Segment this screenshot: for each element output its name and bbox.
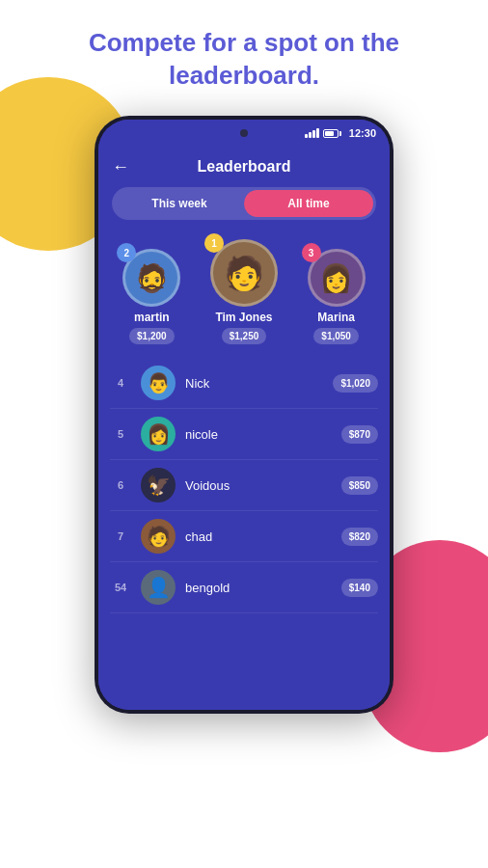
rank-badge-3: 3: [302, 243, 321, 262]
list-score-bengold: $140: [341, 579, 378, 597]
podium-name-marina: Marina: [317, 311, 355, 324]
list-name-nicole: nicole: [185, 427, 341, 442]
list-rank-54: 54: [110, 582, 131, 593]
phone-screen: 12:30 ← Leaderboard This week All time: [98, 120, 390, 710]
camera: [240, 129, 248, 137]
back-button[interactable]: ←: [112, 157, 129, 177]
signal-icon: [305, 128, 319, 138]
phone-frame: 12:30 ← Leaderboard This week All time: [95, 116, 393, 714]
list-item: 7 🧑 chad $820: [110, 511, 378, 562]
podium-score-tim: $1,250: [222, 328, 267, 344]
status-time: 12:30: [349, 127, 376, 139]
avatar-nick: 👨: [141, 366, 176, 400]
avatar-bengold: 👤: [141, 570, 176, 605]
list-score-nick: $1,020: [333, 374, 378, 393]
status-icons: 12:30: [305, 127, 376, 139]
leaderboard-list: 4 👨 Nick $1,020 5 👩 nicole $870: [98, 358, 390, 613]
app-content: ← Leaderboard This week All time 🧔: [98, 147, 390, 710]
podium-item-2: 🧔 2 martin $1,200: [122, 249, 180, 344]
list-item: 4 👨 Nick $1,020: [110, 358, 378, 409]
battery-icon: [323, 129, 341, 138]
avatar-chad: 🧑: [141, 519, 176, 554]
top-nav: ← Leaderboard: [98, 147, 390, 183]
list-rank-4: 4: [110, 377, 131, 389]
podium-name-martin: martin: [134, 311, 170, 324]
avatar-voidous: 🦅: [141, 468, 176, 502]
list-name-nick: Nick: [185, 376, 333, 391]
podium-item-3: 👩 3 Marina $1,050: [308, 249, 366, 344]
headline: Compete for a spot on the leaderboard.: [0, 27, 488, 93]
podium-name-tim: Tim Jones: [215, 311, 272, 324]
list-item: 5 👩 nicole $870: [110, 409, 378, 460]
podium-score-martin: $1,200: [129, 328, 175, 344]
list-rank-6: 6: [110, 479, 131, 491]
list-name-voidous: Voidous: [185, 478, 341, 493]
tab-selector: This week All time: [112, 187, 376, 220]
list-score-chad: $820: [341, 528, 378, 546]
podium-section: 🧔 2 martin $1,200 🧑: [98, 231, 390, 358]
rank-badge-1: 1: [204, 233, 224, 253]
tab-all-time[interactable]: All time: [244, 190, 373, 217]
podium-score-marina: $1,050: [313, 328, 359, 344]
avatar-nicole: 👩: [141, 417, 176, 451]
list-item: 54 👤 bengold $140: [110, 562, 378, 613]
podium-item-1: 🧑 1 Tim Jones $1,250: [210, 239, 278, 344]
list-score-nicole: $870: [341, 425, 378, 444]
list-rank-7: 7: [110, 530, 131, 542]
screen-title: Leaderboard: [198, 158, 291, 176]
list-rank-5: 5: [110, 428, 131, 440]
list-name-bengold: bengold: [185, 581, 341, 595]
list-name-chad: chad: [185, 529, 341, 544]
list-score-voidous: $850: [341, 476, 378, 495]
tab-this-week[interactable]: This week: [115, 190, 244, 217]
list-item: 6 🦅 Voidous $850: [110, 460, 378, 511]
